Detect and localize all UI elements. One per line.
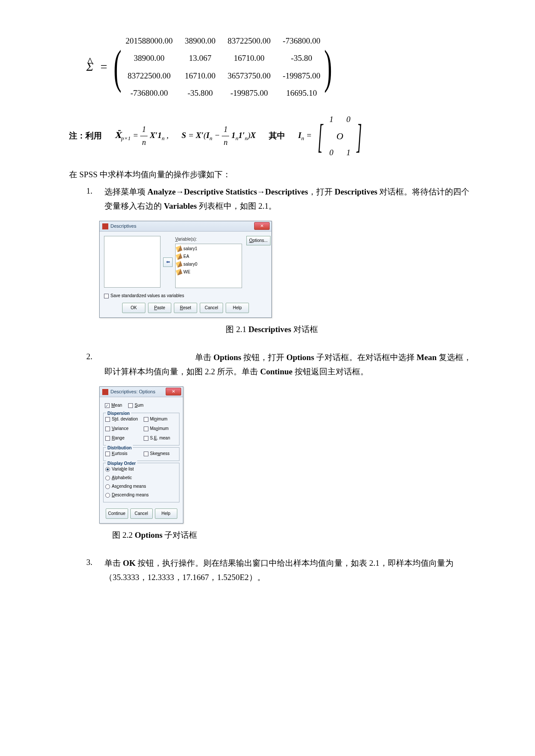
- reset-button[interactable]: Reset: [174, 303, 197, 313]
- step-number: 2.: [86, 350, 104, 379]
- radio-icon[interactable]: [105, 467, 110, 472]
- cell: -35.80: [283, 52, 320, 65]
- alphabetic-radio[interactable]: Alphabetic: [105, 474, 177, 482]
- descending-radio[interactable]: Descending means: [105, 491, 177, 499]
- help-button[interactable]: Help: [155, 508, 177, 519]
- formula-row: 注：利用 X̄p×1 = 1n X′1n , S = X′(In − 1n 1n…: [69, 113, 475, 160]
- figure-2-2: Descriptives: Options ✕ Mean Sum Dispers…: [99, 386, 475, 524]
- equals-sign: =: [101, 57, 107, 77]
- matrix-right-paren: ): [324, 46, 332, 88]
- intro-text: 在 SPSS 中求样本均值向量的操作步骤如下：: [69, 168, 475, 181]
- checkbox-icon[interactable]: [128, 403, 133, 408]
- checkbox-icon[interactable]: [144, 436, 148, 441]
- step-number: 3.: [86, 556, 104, 585]
- cell: 13.067: [185, 52, 215, 65]
- step-body: 选择菜单项 Analyze→Descriptive Statistics→Des…: [104, 185, 475, 213]
- where-label: 其中: [269, 129, 285, 142]
- cell: -736800.00: [283, 35, 320, 47]
- group-legend: Display Order: [106, 460, 137, 467]
- checkbox-icon[interactable]: [105, 427, 110, 431]
- pencil-icon: [176, 269, 182, 276]
- dialog-titlebar: Descriptives ✕: [100, 221, 271, 232]
- cell: -736800.00: [126, 87, 173, 100]
- ascending-radio[interactable]: Ascending means: [105, 482, 177, 491]
- steps-list: 1. 选择菜单项 Analyze→Descriptive Statistics→…: [86, 185, 475, 213]
- figure-2-1: Descriptives ✕ ⬅ Variable(s): salary1 EA…: [99, 221, 475, 318]
- matrix-values: 201588000.00 38900.00 83722500.00 -73680…: [126, 35, 320, 100]
- group-legend: Dispersion: [106, 410, 131, 417]
- list-item[interactable]: WE: [176, 268, 241, 276]
- cell: 83722500.00: [126, 69, 173, 82]
- steps-list-2: 2. 单击 Options 按钮，打开 Options 子对话框。在对话框中选择…: [86, 350, 475, 379]
- cell: 16695.10: [283, 87, 320, 100]
- cell: -35.800: [185, 87, 215, 100]
- sum-checkbox[interactable]: Sum: [128, 401, 144, 410]
- range-checkbox[interactable]: Range: [105, 434, 139, 442]
- app-icon: [102, 223, 108, 229]
- step-3: 3. 单击 OK 按钮，执行操作。则在结果输出窗口中给出样本均值向量，如表 2.…: [86, 556, 475, 585]
- close-icon[interactable]: ✕: [166, 388, 181, 395]
- continue-button[interactable]: Continue: [106, 508, 128, 519]
- xbar-formula: X̄p×1 = 1n X′1n ,: [115, 123, 169, 149]
- skewness-checkbox[interactable]: Skewness: [144, 449, 178, 458]
- source-listbox[interactable]: [104, 236, 160, 288]
- checkbox-icon[interactable]: [144, 427, 148, 431]
- cancel-button[interactable]: Cancel: [130, 508, 153, 519]
- distribution-group: Distribution Kurtosis Skewness: [103, 447, 179, 461]
- se-checkbox[interactable]: S.E. mean: [144, 434, 178, 442]
- move-arrow-button[interactable]: ⬅: [163, 257, 173, 267]
- close-icon[interactable]: ✕: [254, 222, 270, 230]
- steps-list-3: 3. 单击 OK 按钮，执行操作。则在结果输出窗口中给出样本均值向量，如表 2.…: [86, 556, 475, 585]
- caption-2-1: 图 2.1 Descriptives 对话框: [69, 323, 475, 336]
- pencil-icon: [176, 246, 182, 252]
- cancel-button[interactable]: Cancel: [200, 303, 223, 313]
- variables-label: Variable(s):: [175, 236, 242, 243]
- checkbox-icon[interactable]: [144, 452, 148, 456]
- step-number: 1.: [86, 185, 104, 213]
- min-checkbox[interactable]: Minimum: [144, 415, 178, 423]
- pencil-icon: [176, 254, 182, 260]
- dialog-button-row: Continue Cancel Help: [100, 505, 183, 523]
- dispersion-group: Dispersion Std. deviation Minimum Varian…: [103, 413, 179, 445]
- checkbox-icon[interactable]: [105, 403, 110, 408]
- options-dialog: Descriptives: Options ✕ Mean Sum Dispers…: [99, 386, 183, 524]
- list-item[interactable]: salary0: [176, 260, 241, 268]
- paste-button[interactable]: Paste: [148, 303, 171, 313]
- cell: 38900.00: [126, 52, 173, 65]
- covariance-matrix: ^Σ = ( 201588000.00 38900.00 83722500.00…: [86, 35, 475, 100]
- max-checkbox[interactable]: Maximum: [144, 424, 178, 433]
- matrix-left-paren: (: [114, 46, 122, 88]
- checkbox-icon[interactable]: [105, 436, 110, 441]
- dialog-title: Descriptives: [110, 223, 136, 230]
- dialog-title: Descriptives: Options: [110, 388, 155, 396]
- checkbox-icon[interactable]: [104, 294, 109, 298]
- cell: 201588000.00: [126, 35, 173, 47]
- list-item[interactable]: salary1: [176, 245, 241, 253]
- variance-checkbox[interactable]: Variance: [105, 424, 139, 433]
- options-button[interactable]: Options...: [246, 236, 271, 245]
- identity-formula: In = [ 10 O 01 ]: [298, 113, 366, 160]
- save-standardized-row[interactable]: Save standardized values as variables: [100, 292, 271, 303]
- radio-icon[interactable]: [105, 493, 110, 498]
- step-2: 2. 单击 Options 按钮，打开 Options 子对话框。在对话框中选择…: [86, 350, 475, 379]
- checkbox-icon[interactable]: [144, 417, 148, 422]
- help-button[interactable]: Help: [226, 303, 249, 313]
- mean-checkbox[interactable]: Mean: [105, 401, 122, 410]
- note-label: 注：利用: [69, 129, 102, 142]
- radio-icon[interactable]: [105, 484, 110, 489]
- app-icon: [102, 389, 108, 395]
- step-1: 1. 选择菜单项 Analyze→Descriptive Statistics→…: [86, 185, 475, 213]
- radio-icon[interactable]: [105, 476, 110, 480]
- dialog-button-row: OK Paste Reset Cancel Help: [100, 303, 271, 317]
- variables-listbox[interactable]: salary1 EA salary0 WE: [175, 244, 242, 288]
- dialog-titlebar: Descriptives: Options ✕: [100, 387, 183, 397]
- cell: -199875.00: [283, 69, 320, 82]
- sigma-hat-symbol: ^Σ: [86, 57, 94, 77]
- checkbox-icon[interactable]: [105, 452, 110, 456]
- list-item[interactable]: EA: [176, 253, 241, 260]
- ok-button[interactable]: OK: [122, 303, 145, 313]
- checkbox-icon[interactable]: [105, 417, 110, 422]
- caption-2-2: 图 2.2 Options 子对话框: [112, 529, 475, 542]
- cell: 38900.00: [185, 35, 215, 47]
- cell: 83722500.00: [228, 35, 271, 47]
